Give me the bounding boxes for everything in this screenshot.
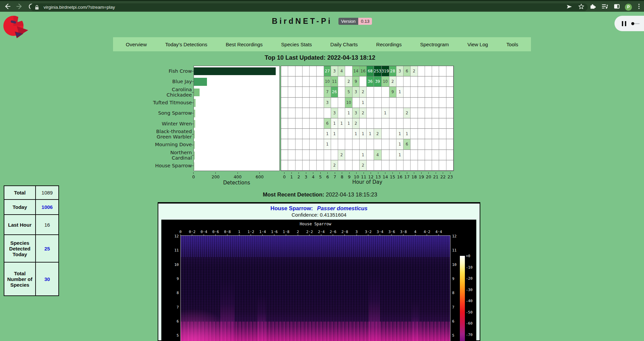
spectrogram-time-tick: 3·6 [388, 230, 395, 236]
heatmap-cell [439, 118, 446, 129]
stats-value-link[interactable]: 30 [36, 263, 58, 295]
tick-label: 3·2 [365, 230, 372, 234]
spectrogram-time-tick: 2·4 [318, 230, 325, 236]
heatmap-cell: 1 [360, 129, 367, 139]
tick-label: 2 [298, 174, 300, 179]
recent-label: Most Recent Detection: [263, 191, 324, 197]
heatmap-cell [411, 129, 418, 139]
tick-label: 3 [356, 230, 358, 234]
bar [194, 89, 200, 96]
heatmap-cell [288, 108, 295, 118]
hour-tick: 21 [432, 172, 440, 179]
heatmap-cell [338, 76, 345, 87]
heatmap-cell: 6 [324, 118, 331, 129]
hour-tick: 1 [288, 172, 296, 179]
heatmap-cell [281, 66, 288, 76]
heatmap-cell [317, 150, 324, 160]
spectrogram-time-tick: 0 [179, 230, 182, 236]
bookmark-star-icon[interactable] [578, 3, 585, 12]
playlist-icon[interactable] [601, 2, 609, 12]
hour-tick: 22 [439, 172, 447, 179]
heatmap-cell [310, 160, 317, 171]
nav-item-recordings[interactable]: Recordings [376, 42, 402, 47]
species-label: Blue Jay [133, 76, 192, 87]
nav-item-daily-charts[interactable]: Daily Charts [330, 42, 358, 47]
heatmap-cell [303, 87, 310, 97]
heatmap-cell [317, 76, 324, 87]
most-recent-detection: Most Recent Detection: 2022-04-13 18:15:… [0, 191, 640, 198]
heatmap-cell [411, 139, 418, 150]
extensions-icon[interactable] [589, 2, 597, 12]
heatmap-cell [345, 160, 352, 171]
detection-species-link[interactable]: House Sparrow: Passer domesticus [158, 205, 480, 212]
heatmap-cell [310, 139, 317, 150]
spectrogram-freq-tick: 11 [171, 248, 179, 252]
heatmap-cell [389, 108, 396, 118]
heatmap-cell [432, 87, 439, 97]
nav-item-today-s-detections[interactable]: Today's Detections [165, 42, 207, 47]
heatmap-cell [338, 87, 345, 97]
spectrogram-freq-tick: 5 [171, 333, 179, 338]
heatmap-cell [288, 150, 295, 160]
spectrogram-freq-tick: 12 [452, 234, 457, 238]
spectrogram-image [180, 235, 450, 341]
heatmap-cell [310, 87, 317, 97]
tick-mark [392, 172, 393, 174]
stats-value-link[interactable]: 1006 [36, 200, 58, 214]
spectrogram-freq-tick: 8 [171, 291, 179, 295]
side-panel-icon[interactable] [613, 2, 621, 12]
bar-row [194, 76, 279, 87]
forward-icon[interactable] [15, 2, 24, 11]
profile-avatar[interactable]: P [625, 4, 632, 11]
heatmap-cell: 1 [353, 129, 360, 139]
bar-row [194, 150, 279, 161]
tick-mark [371, 172, 371, 174]
detection-sciname: Passer domesticus [317, 205, 367, 211]
heatmap-cell [353, 150, 360, 160]
nav-item-tools[interactable]: Tools [506, 42, 518, 47]
spectrogram-colorbar [460, 256, 465, 341]
x-tick: 200 [212, 172, 220, 179]
nav-item-overview[interactable]: Overview [126, 42, 147, 47]
heatmap-cell [281, 98, 288, 108]
nav-item-spectrogram[interactable]: Spectrogram [420, 42, 449, 47]
heatmap-cell: 2 [338, 150, 345, 160]
heatmap-cell [389, 139, 396, 150]
tick-label: 0 [192, 174, 195, 179]
address-bar[interactable]: virginia.birdnetpi.com/?stream=play [30, 3, 588, 11]
heatmap-cell [317, 87, 324, 97]
nav-item-best-recordings[interactable]: Best Recordings [226, 42, 263, 47]
back-icon[interactable] [3, 2, 12, 11]
stats-value-link[interactable]: 25 [36, 235, 58, 262]
tick-label: 0·4 [201, 230, 207, 234]
hour-tick: 23 [447, 172, 454, 179]
nav-item-species-stats[interactable]: Species Stats [281, 42, 312, 47]
heatmap-cell [338, 160, 345, 171]
heatmap-cell [382, 150, 389, 160]
bar [194, 130, 195, 138]
heatmap-cell [353, 160, 360, 171]
heatmap-cell [288, 160, 295, 171]
stats-row: Total Number of Species30 [4, 263, 58, 295]
send-icon[interactable] [566, 3, 573, 12]
heatmap-cell [411, 160, 418, 171]
heatmap-cell [317, 118, 324, 129]
heatmap-cell: 2 [360, 108, 367, 118]
heatmap-cell: 6 [404, 139, 411, 150]
heatmap-cell [288, 76, 295, 87]
heatmap-cell: 1 [396, 150, 404, 160]
heatmap-cell: 1 [360, 98, 367, 108]
spectrogram-db-tick: -40 [466, 299, 473, 303]
species-label: Mourning Dove [133, 139, 192, 150]
heatmap-cell [404, 160, 411, 171]
menu-kebab-icon[interactable] [636, 2, 642, 12]
heatmap-cell: 16 [360, 66, 367, 76]
heatmap-cell [331, 139, 338, 150]
heatmap-cell [382, 87, 389, 97]
bar-row [194, 129, 279, 139]
heatmap-cell [404, 118, 411, 129]
heatmap-cell [382, 139, 389, 150]
nav-item-view-log[interactable]: View Log [467, 42, 488, 47]
heatmap-cell [324, 150, 331, 160]
heatmap-cell: 27 [324, 66, 331, 76]
